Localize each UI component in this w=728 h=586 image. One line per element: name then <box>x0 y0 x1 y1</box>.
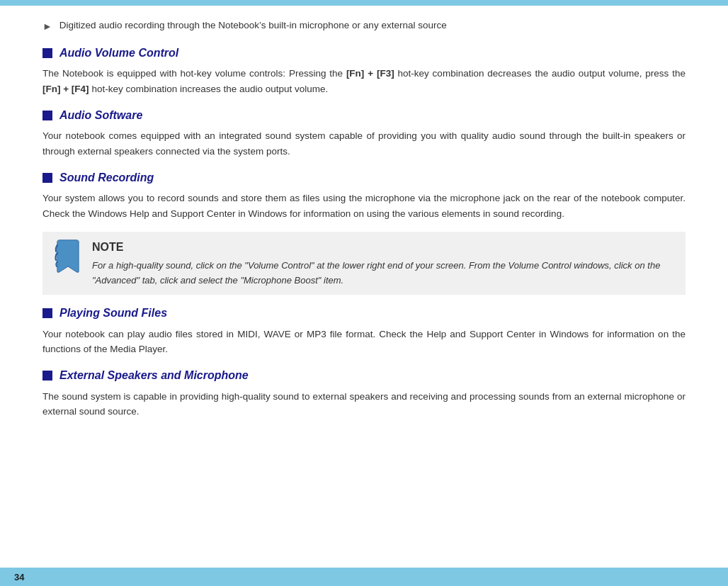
note-content: NOTE For a high-quality sound, click on … <box>92 239 676 288</box>
bottom-bar: 34 <box>0 568 728 586</box>
heading-square-icon-5 <box>42 371 52 381</box>
key-fn-f3: [Fn] + [F3] <box>346 68 394 79</box>
heading-square-icon-2 <box>42 111 52 120</box>
bullet-arrow-icon: ► <box>42 19 52 35</box>
heading-square-icon-4 <box>42 308 52 318</box>
main-content: ► Digitized audio recording through the … <box>0 6 728 438</box>
note-box: NOTE For a high-quality sound, click on … <box>42 232 686 295</box>
heading-audio-volume-control: Audio Volume Control <box>59 45 178 62</box>
heading-sound-recording: Sound Recording <box>59 169 154 187</box>
note-icon <box>52 239 84 273</box>
key-fn-f4: [Fn] + [F4] <box>42 84 89 94</box>
body-audio-volume-control: The Notebook is equipped with hot-key vo… <box>42 66 686 96</box>
body-sound-recording: Your system allows you to record sounds … <box>42 191 686 221</box>
top-bar <box>0 0 728 6</box>
section-external-speakers-heading: External Speakers and Microphone <box>42 367 686 385</box>
heading-external-speakers: External Speakers and Microphone <box>59 367 249 385</box>
body-playing-sound-files: Your notebook can play audio files store… <box>42 327 686 357</box>
heading-playing-sound-files: Playing Sound Files <box>59 305 167 322</box>
intro-bullet: ► Digitized audio recording through the … <box>42 18 686 35</box>
section-audio-software-heading: Audio Software <box>42 107 686 125</box>
intro-bullet-text: Digitized audio recording through the No… <box>59 18 447 33</box>
heading-audio-software: Audio Software <box>59 107 142 125</box>
body-external-speakers: The sound system is capable in providing… <box>42 389 686 419</box>
section-sound-recording-heading: Sound Recording <box>42 169 686 187</box>
heading-square-icon <box>42 48 52 58</box>
section-audio-volume-control-heading: Audio Volume Control <box>42 45 686 62</box>
note-label: NOTE <box>92 239 676 257</box>
section-playing-sound-files-heading: Playing Sound Files <box>42 305 686 322</box>
note-text: For a high-quality sound, click on the "… <box>92 259 676 287</box>
body-audio-software: Your notebook comes equipped with an int… <box>42 128 686 159</box>
heading-square-icon-3 <box>42 173 52 183</box>
page-number: 34 <box>14 572 24 582</box>
